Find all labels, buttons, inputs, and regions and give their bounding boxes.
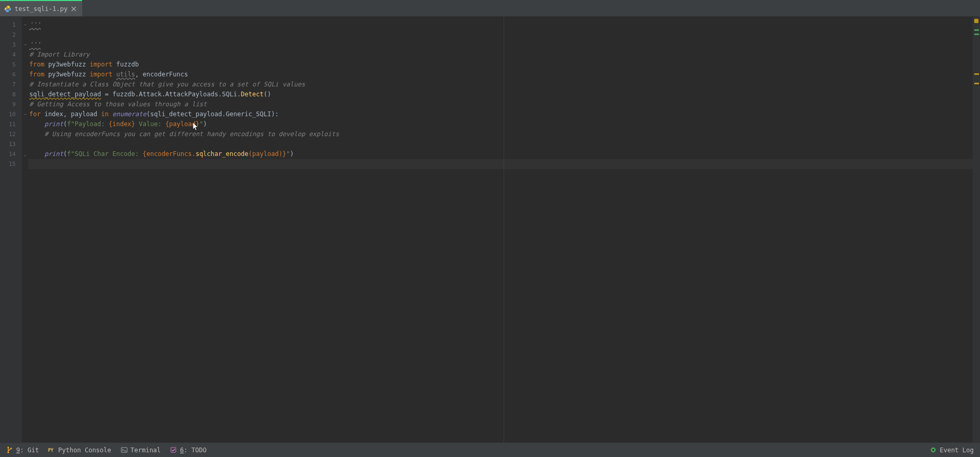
terminal-icon <box>121 447 128 453</box>
toolwindow-event-log[interactable]: Event Log <box>930 447 974 454</box>
line-number: 15 <box>0 159 22 169</box>
code-text: = fuzzdb.Attack.AttackPayloads.SQLi. <box>101 91 241 98</box>
python-console-icon: PY <box>48 447 55 453</box>
code-indent <box>29 120 44 128</box>
toolwindow-git[interactable]: 9: Git <box>6 447 39 454</box>
code-text: (sqli_detect_payload.Generic_SQLI): <box>146 110 279 118</box>
line-number: 14 <box>0 149 22 159</box>
code-comment: # Using encoderFuncs you can get differe… <box>44 130 339 138</box>
line-number-gutter[interactable]: 1 2 3 4 5 6 7 8 9 10 11 12 13 14 15 <box>0 17 22 442</box>
code-comment: # Instantiate a Class Object that give y… <box>29 81 305 88</box>
code-fstr: (payload)} <box>248 150 286 158</box>
fold-column[interactable]: −− −⌄ <box>22 17 28 442</box>
line-number: 7 <box>0 80 22 90</box>
line-number: 11 <box>0 119 22 129</box>
toolwindow-todo[interactable]: 6: TODO <box>170 447 207 454</box>
line-number: 13 <box>0 139 22 149</box>
line-number: 1 <box>0 20 22 30</box>
label: : TODO <box>184 447 207 454</box>
stripe-mark[interactable] <box>974 34 979 35</box>
code-keyword: in <box>101 110 108 118</box>
line-number: 4 <box>0 50 22 60</box>
line-number: 2 <box>0 30 22 40</box>
code-text: ) <box>290 150 294 158</box>
code-keyword: from <box>29 71 44 78</box>
code-string: Value: <box>135 120 165 128</box>
code-call: Detect <box>241 91 264 98</box>
code-keyword: import <box>90 61 112 68</box>
code-call: sqlchar_encode <box>196 150 248 158</box>
code-text: () <box>264 91 271 98</box>
toolwindow-python-console[interactable]: PY Python Console <box>48 447 111 454</box>
label: Python Console <box>58 447 111 454</box>
right-margin-guide <box>504 17 504 442</box>
code-text: py3webfuzz <box>44 71 90 78</box>
stripe-mark[interactable] <box>974 73 979 75</box>
code-fstr: {index} <box>109 120 135 128</box>
code-builtin: print <box>44 120 63 128</box>
code-unused: utils <box>116 71 135 78</box>
code-text: fuzzdb <box>112 61 139 68</box>
code-area[interactable]: ''' ''' # Import Library from py3webfuzz… <box>28 17 980 442</box>
line-number: 3 <box>0 40 22 50</box>
svg-point-1 <box>7 452 9 453</box>
code-text: ) <box>203 120 207 128</box>
svg-point-7 <box>932 449 935 451</box>
svg-point-2 <box>10 448 12 449</box>
tab-filename: test_sqli-1.py <box>15 5 67 13</box>
editor-tab-bar: test_sqli-1.py <box>0 0 980 17</box>
line-number: 10 <box>0 109 22 119</box>
stripe-mark[interactable] <box>974 29 979 31</box>
svg-text:PY: PY <box>48 448 53 453</box>
line-number: 12 <box>0 129 22 139</box>
stripe-mark[interactable] <box>974 83 979 84</box>
code-string: " <box>286 150 290 158</box>
editor: 1 2 3 4 5 6 7 8 9 10 11 12 13 14 15 −− −… <box>0 17 980 442</box>
python-file-icon <box>4 5 12 13</box>
code-indent <box>29 130 44 138</box>
code-comment: # Import Library <box>29 51 90 58</box>
code-fstr: {payload} <box>165 120 199 128</box>
code-indent <box>29 150 44 158</box>
todo-icon <box>170 447 177 453</box>
code-string: f"Payload: <box>67 120 108 128</box>
error-stripe[interactable] <box>973 17 980 442</box>
code-keyword: import <box>90 71 112 78</box>
editor-tab[interactable]: test_sqli-1.py <box>0 0 82 16</box>
tool-window-bar: 9: Git PY Python Console Terminal 6: TOD… <box>0 442 980 457</box>
line-number: 5 <box>0 60 22 70</box>
label: Terminal <box>131 447 161 454</box>
code-text: py3webfuzz <box>44 61 90 68</box>
line-number: 6 <box>0 70 22 80</box>
code-comment: # Getting Access to those values through… <box>29 101 207 108</box>
code-builtin: enumerate <box>112 110 146 118</box>
code-text: , encoderFuncs <box>135 71 188 78</box>
toolwindow-terminal[interactable]: Terminal <box>121 447 161 454</box>
code-builtin: print <box>44 150 63 158</box>
svg-point-0 <box>7 447 9 448</box>
code-text: ''' <box>29 41 41 48</box>
code-text <box>109 110 112 118</box>
code-string: f"SQLi Char Encode: <box>67 150 143 158</box>
event-log-icon <box>930 447 937 453</box>
label: : Git <box>20 447 39 454</box>
label: Event Log <box>940 447 974 454</box>
code-text: ''' <box>29 21 41 28</box>
code-keyword: from <box>29 61 44 68</box>
code-ident: sqli_detect_payload <box>29 91 101 98</box>
line-number: 9 <box>0 99 22 109</box>
svg-rect-4 <box>121 448 127 452</box>
inspection-indicator-icon[interactable] <box>974 19 978 23</box>
code-keyword: for <box>29 110 41 118</box>
code-text: index, payload <box>41 110 101 118</box>
mnemonic: 6 <box>180 447 184 454</box>
close-icon[interactable] <box>71 6 77 12</box>
git-branch-icon <box>6 447 13 453</box>
line-number: 8 <box>0 90 22 99</box>
code-fstr: {encoderFuncs. <box>143 150 196 158</box>
